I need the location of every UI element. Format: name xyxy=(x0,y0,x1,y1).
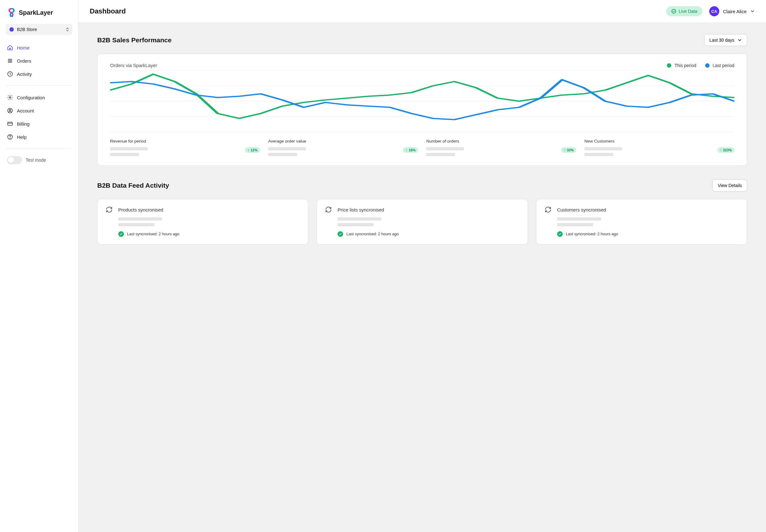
store-selector[interactable]: B2B Store xyxy=(6,24,72,35)
skeleton xyxy=(110,153,139,156)
card-icon xyxy=(7,121,13,127)
store-label: B2B Store xyxy=(17,27,37,32)
svg-point-5 xyxy=(9,97,11,98)
nav-divider xyxy=(6,85,72,86)
legend-label: Last period xyxy=(713,63,734,68)
legend-swatch-icon xyxy=(705,63,710,68)
stat-label: Number of orders xyxy=(426,139,576,143)
skeleton xyxy=(585,147,622,150)
skeleton xyxy=(268,153,297,156)
svg-point-7 xyxy=(9,109,11,111)
stat-orders: Number of orders ↑33% xyxy=(426,139,576,156)
skeleton xyxy=(118,217,162,221)
store-dot-icon xyxy=(9,27,14,32)
skeleton xyxy=(426,147,464,150)
feed-card-title: Products syncronised xyxy=(118,207,163,212)
feed-card-products: Products syncronised Last syncronised: 2… xyxy=(97,199,308,245)
user-menu[interactable]: CA Claire Alice xyxy=(709,6,755,16)
nav-label: Configuration xyxy=(17,95,45,100)
nav-item-home[interactable]: Home xyxy=(6,41,72,54)
chart-legend: This period Last period xyxy=(667,63,734,68)
sync-text: Last syncronised: 2 hours ago xyxy=(566,232,618,236)
legend-this-period: This period xyxy=(667,63,696,68)
nav-item-help[interactable]: Help xyxy=(6,131,72,143)
svg-rect-8 xyxy=(8,122,13,125)
arrow-up-icon: ↑ xyxy=(564,148,565,152)
skeleton xyxy=(585,153,613,156)
nav-label: Account xyxy=(17,108,34,113)
check-circle-icon xyxy=(118,231,124,237)
nav-item-activity[interactable]: Activity xyxy=(6,68,72,80)
nav-label: Help xyxy=(17,134,27,140)
feed-cards: Products syncronised Last syncronised: 2… xyxy=(97,199,747,245)
skeleton xyxy=(426,153,455,156)
sidebar: SparkLayer B2B Store Home Orders xyxy=(0,0,78,532)
live-data-badge: Live Data xyxy=(666,6,702,16)
feed-card-title: Customers syncronised xyxy=(557,207,606,212)
sync-text: Last syncronised: 2 hours ago xyxy=(346,232,399,236)
arrow-up-icon: ↑ xyxy=(248,148,249,152)
sales-chart-card: Orders via SparkLayer This period Last p… xyxy=(97,54,747,166)
logo-text: SparkLayer xyxy=(19,9,53,16)
skeleton xyxy=(118,223,154,226)
gear-icon xyxy=(7,94,13,101)
stats-row: Revenue for period ↑12% Average order va… xyxy=(110,139,734,156)
feed-card-title: Price lists syncronised xyxy=(338,207,384,212)
topbar: Dashboard Live Data CA Claire Alice xyxy=(78,0,766,23)
date-range-label: Last 30 days xyxy=(710,38,734,43)
skeleton xyxy=(338,217,381,221)
chart-title: Orders via SparkLayer xyxy=(110,63,157,68)
nav-label: Billing xyxy=(17,121,29,127)
nav-divider2 xyxy=(6,148,72,149)
test-mode-toggle[interactable] xyxy=(7,156,22,164)
nav-label: Orders xyxy=(17,58,31,64)
skeleton xyxy=(338,223,374,226)
view-details-button[interactable]: View Details xyxy=(712,180,747,191)
chevron-down-icon xyxy=(737,38,742,42)
date-range-button[interactable]: Last 30 days xyxy=(704,34,747,46)
avatar: CA xyxy=(709,6,719,16)
nav-item-billing[interactable]: Billing xyxy=(6,117,72,130)
nav-item-configuration[interactable]: Configuration xyxy=(6,91,72,104)
nav-item-account[interactable]: Account xyxy=(6,104,72,117)
user-name: Claire Alice xyxy=(723,9,747,14)
test-mode-row: Test mode xyxy=(6,154,72,167)
home-icon xyxy=(7,44,13,51)
stat-revenue: Revenue for period ↑12% xyxy=(110,139,260,156)
help-icon xyxy=(7,134,13,140)
skeleton xyxy=(557,217,601,221)
nav-label: Activity xyxy=(17,71,32,77)
menu-icon xyxy=(7,58,13,64)
clock-icon xyxy=(7,71,13,77)
stat-label: Average order value xyxy=(268,139,418,143)
logo: SparkLayer xyxy=(6,6,72,23)
feed-card-pricelists: Price lists syncronised Last syncronised… xyxy=(317,199,527,245)
sync-text: Last syncronised: 2 hours ago xyxy=(127,232,179,236)
arrow-up-icon: ↑ xyxy=(720,148,722,152)
feed-section-title: B2B Data Feed Activity xyxy=(97,182,169,189)
stat-delta: ↑323% xyxy=(717,147,734,153)
check-circle-icon xyxy=(338,231,343,237)
stat-aov: Average order value ↑18% xyxy=(268,139,418,156)
view-details-label: View Details xyxy=(718,183,742,188)
sync-icon xyxy=(325,206,332,213)
chevron-down-icon xyxy=(750,9,755,13)
page-title: Dashboard xyxy=(90,7,126,15)
stat-delta: ↑33% xyxy=(561,147,576,153)
chevron-up-down-icon xyxy=(66,27,69,32)
sync-icon xyxy=(544,206,551,213)
account-icon xyxy=(7,107,13,114)
nav-item-orders[interactable]: Orders xyxy=(6,55,72,67)
logo-icon xyxy=(7,8,16,17)
primary-nav: Home Orders Activity xyxy=(6,41,72,80)
secondary-nav: Configuration Account Billing Help xyxy=(6,91,72,143)
check-circle-icon xyxy=(671,9,676,14)
sales-section-title: B2B Sales Performance xyxy=(97,36,171,44)
skeleton xyxy=(557,223,593,226)
main: Dashboard Live Data CA Claire Alice B2B … xyxy=(78,0,766,532)
chart-plot xyxy=(110,70,734,133)
stat-label: Revenue for period xyxy=(110,139,260,143)
skeleton xyxy=(110,147,148,150)
stat-new-customers: New Customers ↑323% xyxy=(585,139,734,156)
stat-delta: ↑12% xyxy=(245,147,260,153)
